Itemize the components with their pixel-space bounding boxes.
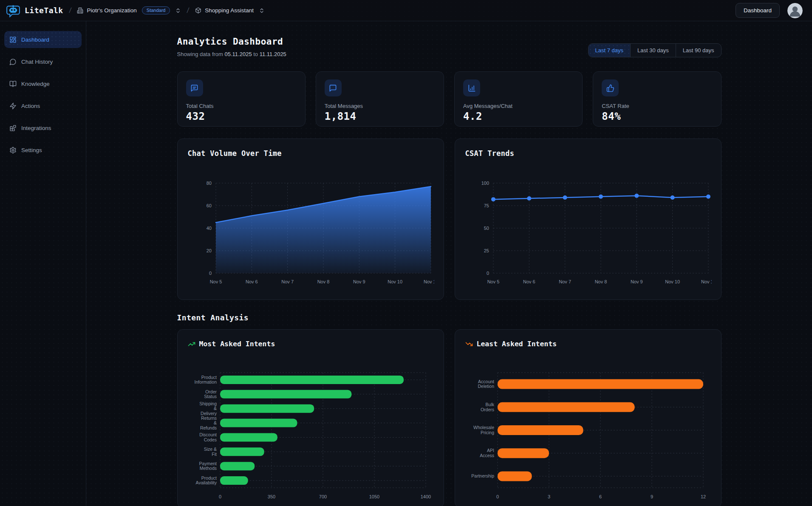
date-range-subtitle: Showing data from 05.11.2025 to 11.11.20… bbox=[177, 51, 286, 57]
time-range-selector: Last 7 days Last 30 days Last 90 days bbox=[588, 43, 721, 57]
gear-icon bbox=[9, 147, 17, 154]
svg-text:6: 6 bbox=[599, 494, 601, 499]
organization-icon bbox=[77, 7, 83, 14]
svg-text:Nov 7: Nov 7 bbox=[281, 279, 294, 284]
project-box-icon bbox=[195, 7, 201, 14]
brand[interactable]: LiteTalk bbox=[6, 4, 63, 17]
sidebar-item-chat-history[interactable]: Chat History bbox=[4, 53, 82, 70]
sidebar-item-dashboard[interactable]: Dashboard bbox=[4, 31, 82, 48]
svg-text:Nov 9: Nov 9 bbox=[630, 279, 642, 284]
range-tab-7-days[interactable]: Last 7 days bbox=[588, 44, 631, 57]
breadcrumb-organization[interactable]: Piotr's Organization Standard bbox=[77, 6, 170, 14]
stat-value: 4.2 bbox=[463, 110, 574, 122]
stat-label: Total Chats bbox=[186, 103, 297, 109]
svg-text:Methods: Methods bbox=[199, 466, 216, 471]
sidebar-item-label: Chat History bbox=[21, 59, 53, 65]
range-tab-30-days[interactable]: Last 30 days bbox=[630, 44, 676, 57]
message-circle-icon bbox=[9, 58, 17, 65]
zap-icon bbox=[9, 102, 17, 110]
sidebar-item-integrations[interactable]: Integrations bbox=[4, 119, 82, 136]
svg-text:Information: Information bbox=[194, 379, 217, 384]
message-square-text-icon bbox=[186, 79, 203, 96]
stat-card-total-chats: Total Chats 432 bbox=[177, 71, 306, 127]
blocks-icon bbox=[9, 124, 17, 132]
svg-text:0: 0 bbox=[486, 271, 489, 276]
svg-text:Refunds: Refunds bbox=[200, 425, 216, 430]
book-open-icon bbox=[9, 80, 17, 88]
svg-text:Status: Status bbox=[204, 394, 217, 399]
organization-name: Piotr's Organization bbox=[87, 7, 136, 14]
svg-text:Codes: Codes bbox=[204, 437, 216, 442]
page-title: Analytics Dashboard bbox=[177, 37, 286, 47]
sidebar-item-label: Integrations bbox=[21, 125, 51, 131]
svg-text:Nov 10: Nov 10 bbox=[665, 279, 680, 284]
svg-text:Nov 8: Nov 8 bbox=[317, 279, 329, 284]
project-switcher-chevrons-icon[interactable] bbox=[259, 8, 265, 14]
svg-text:Payment: Payment bbox=[199, 461, 217, 466]
intent-analysis-heading: Intent Analysis bbox=[177, 313, 721, 322]
sidebar-item-label: Dashboard bbox=[21, 37, 49, 43]
svg-text:Availability: Availability bbox=[195, 480, 217, 485]
most-asked-intents-card: Most Asked Intents 035070010501400Produc… bbox=[177, 329, 444, 506]
csat-trends-chart: 0255075100Nov 5Nov 6Nov 7Nov 8Nov 9Nov 1… bbox=[465, 179, 712, 288]
chart-title: Chat Volume Over Time bbox=[188, 149, 433, 158]
most-asked-intents-chart: 035070010501400ProductInformationOrderSt… bbox=[188, 371, 434, 503]
message-square-icon bbox=[325, 79, 342, 96]
svg-text:&: & bbox=[213, 406, 216, 411]
svg-text:Nov 7: Nov 7 bbox=[559, 279, 571, 284]
svg-text:API: API bbox=[487, 448, 494, 453]
svg-text:1400: 1400 bbox=[420, 494, 430, 499]
sidebar-item-settings[interactable]: Settings bbox=[4, 141, 82, 158]
svg-text:Nov 8: Nov 8 bbox=[594, 279, 607, 284]
svg-text:Nov 5: Nov 5 bbox=[487, 279, 499, 284]
svg-text:Discount: Discount bbox=[199, 432, 217, 437]
svg-text:100: 100 bbox=[481, 181, 489, 186]
litetalk-logo-icon bbox=[6, 4, 20, 17]
org-switcher-chevrons-icon[interactable] bbox=[175, 8, 181, 14]
svg-text:Deletion: Deletion bbox=[478, 384, 494, 389]
stat-card-csat-rate: CSAT Rate 84% bbox=[593, 71, 721, 127]
breadcrumb-separator: / bbox=[187, 6, 190, 15]
svg-text:Bulk: Bulk bbox=[485, 402, 494, 407]
intent-card-title: Least Asked Intents bbox=[465, 340, 711, 348]
svg-text:20: 20 bbox=[206, 248, 211, 253]
sidebar-item-actions[interactable]: Actions bbox=[4, 97, 82, 114]
intent-card-title: Most Asked Intents bbox=[188, 340, 433, 348]
date-from: 05.11.2025 bbox=[225, 51, 252, 57]
svg-text:Orders: Orders bbox=[480, 407, 494, 412]
app-name: LiteTalk bbox=[25, 6, 63, 15]
svg-text:0: 0 bbox=[218, 494, 221, 499]
chat-volume-chart: 020406080Nov 5Nov 6Nov 7Nov 8Nov 9Nov 10… bbox=[188, 179, 434, 288]
stats-row: Total Chats 432 Total Messages 1,814 Avg… bbox=[177, 71, 721, 127]
svg-text:60: 60 bbox=[206, 203, 211, 208]
dashboard-button[interactable]: Dashboard bbox=[736, 3, 780, 18]
svg-text:Nov 9: Nov 9 bbox=[353, 279, 365, 284]
svg-text:Nov 11: Nov 11 bbox=[423, 279, 434, 284]
svg-text:Nov 10: Nov 10 bbox=[388, 279, 402, 284]
page-header: Analytics Dashboard Showing data from 05… bbox=[177, 37, 721, 57]
chart-title: CSAT Trends bbox=[465, 149, 711, 158]
intent-row: Most Asked Intents 035070010501400Produc… bbox=[177, 329, 721, 506]
sidebar-item-label: Settings bbox=[21, 147, 42, 153]
charts-row: Chat Volume Over Time 020406080Nov 5Nov … bbox=[177, 139, 721, 300]
bar-chart-icon bbox=[463, 79, 480, 96]
svg-text:Account: Account bbox=[478, 379, 494, 384]
breadcrumb-separator: / bbox=[68, 6, 72, 15]
user-avatar[interactable] bbox=[787, 3, 803, 18]
stat-value: 84% bbox=[602, 110, 712, 122]
svg-text:700: 700 bbox=[319, 494, 326, 499]
stat-label: CSAT Rate bbox=[602, 103, 712, 109]
svg-text:25: 25 bbox=[484, 248, 489, 253]
date-to: 11.11.2025 bbox=[260, 51, 286, 57]
sidebar: Dashboard Chat History Knowledge Actions… bbox=[0, 21, 86, 506]
trending-up-icon bbox=[188, 340, 195, 348]
breadcrumb-project[interactable]: Shopping Assistant bbox=[195, 7, 254, 14]
project-name: Shopping Assistant bbox=[205, 7, 254, 14]
range-tab-90-days[interactable]: Last 90 days bbox=[676, 44, 721, 57]
trending-down-icon bbox=[465, 340, 473, 348]
sidebar-item-knowledge[interactable]: Knowledge bbox=[4, 75, 82, 92]
svg-text:Nov 11: Nov 11 bbox=[701, 279, 711, 284]
stat-value: 432 bbox=[186, 110, 297, 122]
svg-text:Order: Order bbox=[205, 389, 217, 394]
stat-card-total-messages: Total Messages 1,814 bbox=[316, 71, 444, 127]
